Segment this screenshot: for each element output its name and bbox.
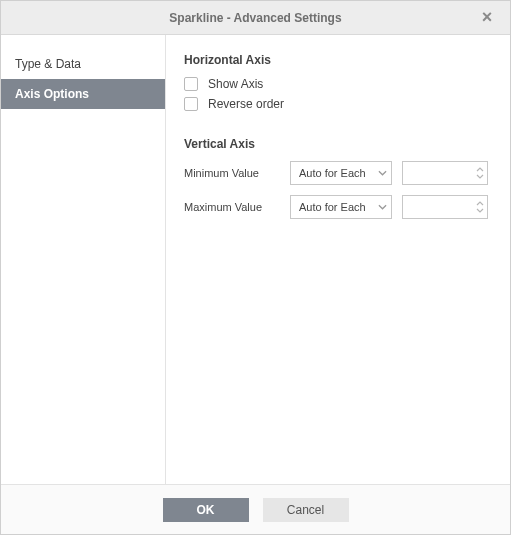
content-panel: Horizontal Axis Show Axis Reverse order …: [166, 35, 510, 484]
field-row-max-value: Maximum Value Auto for Each: [184, 195, 492, 219]
sidebar: Type & Data Axis Options: [1, 35, 166, 484]
max-value-label: Maximum Value: [184, 201, 280, 213]
button-label: OK: [197, 503, 215, 517]
chevron-down-icon: [378, 196, 387, 218]
show-axis-checkbox[interactable]: [184, 77, 198, 91]
dialog-body: Type & Data Axis Options Horizontal Axis…: [1, 35, 510, 484]
chevron-up-icon[interactable]: [476, 201, 484, 206]
ok-button[interactable]: OK: [163, 498, 249, 522]
min-value-mode-select[interactable]: Auto for Each: [290, 161, 392, 185]
select-value: Auto for Each: [299, 201, 366, 213]
max-value-mode-select[interactable]: Auto for Each: [290, 195, 392, 219]
section-title-vertical-axis: Vertical Axis: [184, 137, 492, 151]
dialog-footer: OK Cancel: [1, 484, 510, 534]
field-row-min-value: Minimum Value Auto for Each: [184, 161, 492, 185]
chevron-down-icon[interactable]: [476, 174, 484, 179]
dialog-title: Sparkline - Advanced Settings: [169, 11, 341, 25]
checkbox-row-reverse-order: Reverse order: [184, 97, 492, 111]
min-value-spinner[interactable]: [402, 161, 488, 185]
sidebar-item-type-and-data[interactable]: Type & Data: [1, 49, 165, 79]
sparkline-advanced-settings-dialog: Sparkline - Advanced Settings × Type & D…: [0, 0, 511, 535]
close-icon: ×: [482, 7, 493, 28]
min-value-label: Minimum Value: [184, 167, 280, 179]
max-value-spinner[interactable]: [402, 195, 488, 219]
reverse-order-label: Reverse order: [208, 97, 284, 111]
show-axis-label: Show Axis: [208, 77, 263, 91]
reverse-order-checkbox[interactable]: [184, 97, 198, 111]
cancel-button[interactable]: Cancel: [263, 498, 349, 522]
sidebar-item-label: Type & Data: [15, 57, 81, 71]
sidebar-item-axis-options[interactable]: Axis Options: [1, 79, 165, 109]
chevron-down-icon: [378, 162, 387, 184]
spinner-buttons: [476, 162, 484, 184]
chevron-down-icon[interactable]: [476, 208, 484, 213]
spinner-buttons: [476, 196, 484, 218]
checkbox-row-show-axis: Show Axis: [184, 77, 492, 91]
close-button[interactable]: ×: [472, 1, 502, 34]
section-title-horizontal-axis: Horizontal Axis: [184, 53, 492, 67]
select-value: Auto for Each: [299, 167, 366, 179]
button-label: Cancel: [287, 503, 324, 517]
dialog-titlebar: Sparkline - Advanced Settings ×: [1, 1, 510, 35]
sidebar-item-label: Axis Options: [15, 87, 89, 101]
chevron-up-icon[interactable]: [476, 167, 484, 172]
